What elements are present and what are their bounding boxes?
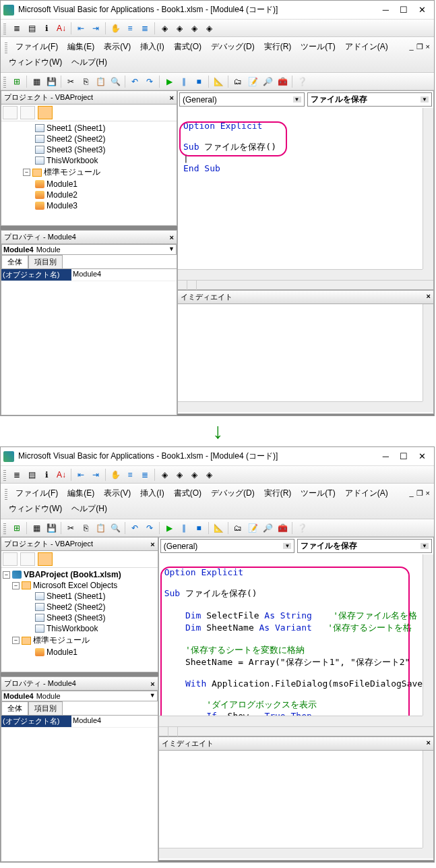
view-code-icon[interactable] [3,552,18,566]
menu-run[interactable]: 実行(R) [260,486,296,500]
undo-icon[interactable]: ↶ [128,75,142,88]
object-browser-icon[interactable]: 🔎 [261,521,274,535]
scrollbar-vertical[interactable] [423,304,433,401]
uncomment-icon[interactable]: ≣ [138,468,152,482]
insert-module-icon[interactable]: ▦ [30,75,43,88]
cut-icon[interactable]: ✂ [64,521,77,535]
ref-icon[interactable]: ▤ [25,22,38,35]
tree-node[interactable]: Sheet3 (Sheet3) [3,612,156,623]
az-icon[interactable]: A↓ [55,468,68,482]
tree-node[interactable]: Sheet2 (Sheet2) [3,134,175,144]
dropdown-icon[interactable]: ▼ [168,245,175,254]
comment-icon[interactable]: ≡ [123,468,137,482]
bookmark-prev-icon[interactable]: ◈ [187,22,201,35]
close-icon[interactable]: × [150,540,154,548]
code-editor[interactable]: Option Explicit Sub ファイルを保存() | End Sub [178,108,433,280]
bookmark-prev-icon[interactable]: ◈ [187,468,201,482]
hand-icon[interactable]: ✋ [108,468,122,482]
menu-view[interactable]: 表示(V) [100,40,135,54]
view-code-icon[interactable] [3,106,18,119]
indent-icon[interactable]: ⇥ [89,468,102,482]
uncomment-icon[interactable]: ≣ [138,22,152,35]
scrollbar-horizontal[interactable] [159,716,423,726]
save-icon[interactable]: 💾 [44,75,58,88]
menu-edit[interactable]: 編集(E) [63,486,98,500]
property-value[interactable]: Module4 [71,269,177,281]
info-icon[interactable]: ℹ [40,22,53,35]
scrollbar-horizontal[interactable] [178,401,423,412]
maximize-button[interactable]: ☐ [400,5,408,15]
menu-file[interactable]: ファイル(F) [11,486,62,500]
mdi-close-icon[interactable]: × [426,42,430,51]
run-icon[interactable]: ▶ [162,521,176,535]
menu-format[interactable]: 書式(O) [170,486,206,500]
tab-category[interactable]: 項目別 [28,701,63,715]
bookmark-next-icon[interactable]: ◈ [173,468,186,482]
indent-icon[interactable]: ⇥ [89,22,102,35]
tree-node-modules[interactable]: 標準モジュール [33,635,90,646]
scrollbar-horizontal[interactable] [178,269,423,280]
maximize-button[interactable]: ☐ [400,451,408,461]
scrollbar-vertical[interactable] [423,554,433,716]
tree-node-project[interactable]: VBAProject (Book1.xlsm) [24,570,121,579]
menu-format[interactable]: 書式(O) [170,40,206,54]
menu-tool[interactable]: ツール(T) [297,486,339,500]
close-icon[interactable]: × [427,292,431,302]
immediate-body[interactable] [159,751,433,859]
view-object-icon[interactable] [20,106,35,119]
mdi-minimize-icon[interactable]: _ [409,489,413,498]
tree-node[interactable]: Module3 [3,200,175,211]
props-object-select[interactable]: Module4 Module ▼ [1,691,158,701]
tree-node[interactable]: ThisWorkbook [3,623,156,634]
scrollbar-horizontal[interactable] [159,848,423,859]
outdent-icon[interactable]: ⇤ [74,22,88,35]
tree-node[interactable]: Sheet1 (Sheet1) [3,591,156,602]
menu-debug[interactable]: デバッグ(D) [207,486,259,500]
outdent-icon[interactable]: ⇤ [74,468,88,482]
object-select[interactable]: (General) ▼ [179,92,305,107]
excel-icon[interactable]: ⊞ [10,521,24,535]
menu-run[interactable]: 実行(R) [260,40,296,54]
paste-icon[interactable]: 📋 [94,521,107,535]
redo-icon[interactable]: ↷ [143,521,156,535]
bookmark-clear-icon[interactable]: ◈ [202,22,216,35]
insert-module-icon[interactable]: ▦ [30,521,43,535]
tree-node[interactable]: Sheet1 (Sheet1) [3,123,175,134]
property-value[interactable]: Module4 [71,716,158,727]
menu-insert[interactable]: 挿入(I) [136,40,168,54]
code-editor[interactable]: Option Explicit Sub ファイルを保存() Dim Select… [159,554,433,726]
close-icon[interactable]: × [150,680,154,688]
scrollbar-vertical[interactable] [423,751,433,848]
list-icon[interactable]: ≣ [10,468,24,482]
close-icon[interactable]: × [170,94,174,102]
az-icon[interactable]: A↓ [55,22,68,35]
props-object-select[interactable]: Module4 Module ▼ [1,244,177,255]
tab-all[interactable]: 全体 [1,255,28,268]
reset-icon[interactable]: ■ [192,75,206,88]
redo-icon[interactable]: ↷ [143,75,156,88]
object-browser-icon[interactable]: 🔎 [261,75,274,88]
procedure-select[interactable]: ファイルを保存 ▼ [307,92,433,107]
project-tree[interactable]: Sheet1 (Sheet1)Sheet2 (Sheet2)Sheet3 (Sh… [1,121,177,212]
break-icon[interactable]: ∥ [177,75,191,88]
tree-collapse-icon[interactable]: − [3,571,10,579]
dropdown-icon[interactable]: ▼ [150,692,156,700]
close-button[interactable]: ✕ [418,5,426,15]
break-icon[interactable]: ∥ [177,521,191,535]
toggle-folders-icon[interactable] [38,106,53,119]
tree-node[interactable]: ThisWorkbook [3,155,175,166]
tree-collapse-icon[interactable]: − [23,169,30,176]
menu-help[interactable]: ヘルプ(H) [67,502,111,516]
copy-icon[interactable]: ⎘ [79,75,92,88]
dropdown-icon[interactable]: ▼ [421,96,429,103]
property-row[interactable]: (オブジェクト名) Module4 [1,716,158,728]
tree-node[interactable]: Module2 [3,190,175,200]
menu-edit[interactable]: 編集(E) [63,40,98,54]
menu-file[interactable]: ファイル(F) [11,40,62,54]
minimize-button[interactable]: ─ [383,5,389,15]
property-row[interactable]: (オブジェクト名) Module4 [1,269,177,281]
tab-category[interactable]: 項目別 [28,255,63,268]
close-icon[interactable]: × [170,233,174,241]
run-icon[interactable]: ▶ [162,75,176,88]
procedure-select[interactable]: ファイルを保存 ▼ [297,539,432,553]
